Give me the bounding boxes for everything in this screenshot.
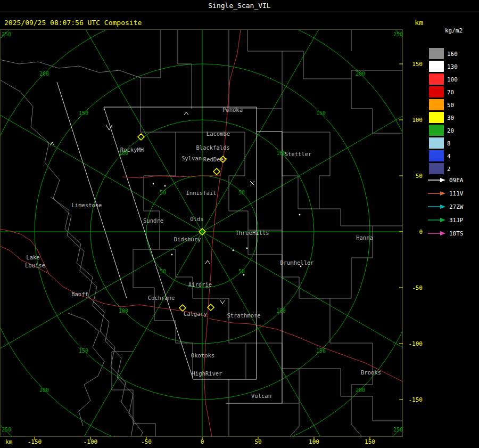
ring-label: 50	[238, 190, 245, 196]
city-label: Blackfalds	[196, 144, 229, 151]
track-id: 31JP	[449, 217, 464, 224]
city-label: Banff	[71, 291, 88, 297]
city-label: Hanna	[356, 234, 373, 241]
city-label: Drumheller	[280, 259, 313, 266]
legend-value: 70	[447, 89, 454, 96]
legend-color-swatch	[429, 163, 444, 174]
track-id: 09EA	[449, 177, 464, 184]
ring-label: 200	[39, 387, 49, 393]
ring-label: 200	[356, 387, 365, 393]
city-label: Brooks	[361, 369, 381, 376]
legend-color-swatch	[429, 74, 444, 85]
ring-label: 200	[356, 71, 365, 77]
radar-display: Single_Scan_VIL 2025/09/25 08:07:56 UTC …	[0, 0, 479, 448]
city-label: Airdrie	[188, 281, 212, 288]
ring-label: 100	[276, 308, 286, 314]
background	[0, 0, 479, 448]
ring-label: 50	[238, 268, 245, 274]
track-id: 27ZW	[449, 203, 464, 210]
right-axis-label: 150	[412, 61, 423, 68]
city-label: Sylvan	[181, 155, 202, 161]
legend-value: 8	[447, 140, 451, 147]
legend-color-swatch	[429, 86, 444, 97]
city-label: ThreeHills	[235, 230, 269, 236]
city-label: Vulcan	[251, 393, 271, 399]
legend-value: 160	[447, 51, 458, 58]
legend-color-swatch	[429, 99, 444, 110]
bottom-axis-unit-label: km	[5, 438, 13, 445]
legend-color-swatch	[429, 61, 444, 72]
window-title: Single_Scan_VIL	[208, 2, 271, 10]
legend-value: 2	[447, 166, 451, 173]
legend-value: 130	[447, 63, 458, 70]
city-label: Louise	[25, 262, 45, 268]
city-label: Sundre	[143, 217, 163, 224]
city-label: HighRiver	[192, 370, 222, 377]
city-label: Limestone	[72, 202, 102, 208]
track-id: 111V	[449, 190, 464, 197]
ring-label: 250	[393, 427, 403, 433]
city-label: Didsbury	[174, 236, 201, 242]
right-axis-label: -100	[409, 340, 423, 347]
ring-label: 250	[2, 31, 11, 37]
legend-unit-label: kg/m2	[445, 27, 463, 34]
city-label: Okotoks	[191, 352, 214, 359]
radar-app-window: Single_Scan_VIL 2025/09/25 08:07:56 UTC …	[0, 0, 479, 448]
legend-color-swatch	[429, 137, 444, 149]
city-label: Stettler	[285, 151, 312, 157]
city-label: Olds	[190, 216, 203, 222]
ring-label: 150	[79, 348, 88, 354]
city-label: Lake	[26, 254, 39, 260]
ring-label: 250	[393, 31, 403, 37]
legend-value: 20	[447, 127, 454, 134]
legend-color-swatch	[429, 112, 444, 123]
ring-label: 50	[160, 268, 166, 274]
ring-label: 200	[39, 71, 49, 77]
right-axis-label: 50	[416, 173, 423, 180]
ring-label: 150	[316, 348, 326, 354]
city-label: Lacombe	[207, 131, 230, 137]
city-label: RedDeer	[203, 156, 227, 162]
legend-color-swatch	[429, 150, 444, 161]
ring-label: 50	[160, 190, 166, 196]
city-label: Cochrane	[148, 295, 175, 301]
right-axis-label: -50	[412, 284, 423, 291]
legend-value: 50	[447, 102, 454, 109]
ring-label: 150	[316, 110, 326, 116]
city-label: Calgary	[184, 311, 207, 317]
legend-value: 100	[447, 76, 458, 83]
ring-label: 150	[79, 110, 88, 116]
city-label: Innisfail	[186, 190, 217, 196]
right-axis-label: -150	[409, 396, 423, 403]
track-id: 18TS	[449, 230, 464, 237]
ring-label: 100	[119, 308, 128, 314]
legend-value: 4	[447, 153, 451, 160]
ring-label: 250	[2, 427, 11, 433]
right-axis-label: 0	[419, 229, 423, 235]
legend-color-swatch	[429, 48, 444, 59]
city-label: Ponoka	[222, 107, 243, 113]
city-label: RockyMH	[120, 146, 144, 153]
right-axis-label: 100	[412, 117, 423, 124]
timestamp-label: 2025/09/25 08:07:56 UTC Composite	[4, 19, 142, 27]
legend-value: 30	[447, 115, 454, 121]
right-axis-unit-label: km	[415, 19, 423, 27]
legend-color-swatch	[429, 125, 444, 136]
city-label: Strathmore	[227, 312, 260, 319]
